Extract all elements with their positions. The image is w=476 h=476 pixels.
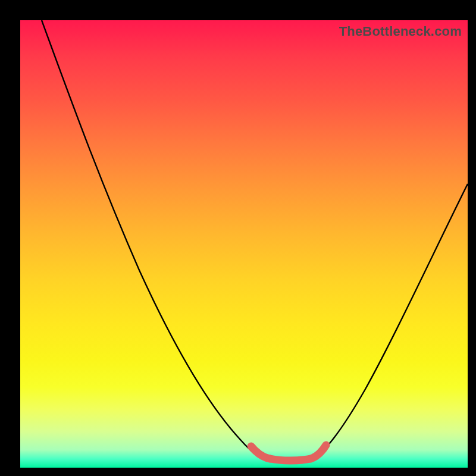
curve-highlight-flat	[270, 459, 311, 461]
curve-right-branch	[314, 184, 468, 457]
curve-left-branch	[42, 20, 262, 457]
bottleneck-curve-svg	[20, 20, 468, 468]
curve-highlight-right	[311, 445, 326, 459]
chart-plot-area: TheBottleneck.com	[20, 20, 468, 468]
